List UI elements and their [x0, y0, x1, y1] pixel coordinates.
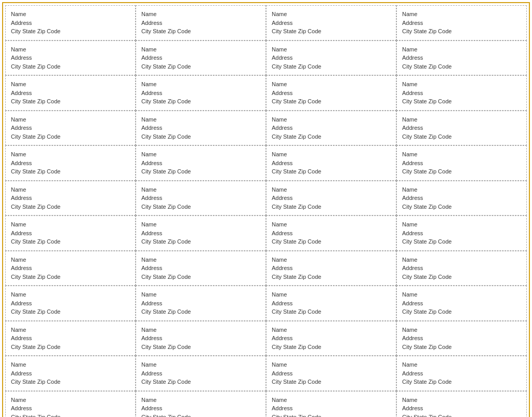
card-city-state-zip: City State Zip Code: [11, 132, 130, 141]
card-address: Address: [272, 299, 391, 308]
card-city-state-zip: City State Zip Code: [272, 343, 391, 352]
card-address: Address: [272, 229, 391, 238]
card-address: Address: [141, 89, 260, 98]
card-name: Name: [141, 10, 260, 19]
card-address: Address: [272, 124, 391, 132]
card-city-state-zip: City State Zip Code: [402, 237, 521, 246]
label-card: NameAddressCity State Zip Code: [136, 145, 266, 181]
card-address: Address: [272, 19, 391, 28]
label-card: NameAddressCity State Zip Code: [136, 286, 266, 321]
card-name: Name: [402, 396, 521, 405]
card-name: Name: [402, 150, 521, 159]
card-address: Address: [141, 229, 260, 238]
card-address: Address: [402, 369, 521, 378]
card-name: Name: [272, 185, 391, 194]
card-name: Name: [272, 150, 391, 159]
card-city-state-zip: City State Zip Code: [402, 273, 521, 281]
card-city-state-zip: City State Zip Code: [141, 97, 260, 106]
label-card: NameAddressCity State Zip Code: [266, 321, 396, 356]
card-city-state-zip: City State Zip Code: [272, 307, 391, 316]
card-address: Address: [141, 299, 260, 308]
card-name: Name: [141, 150, 260, 159]
card-city-state-zip: City State Zip Code: [11, 203, 130, 211]
card-name: Name: [272, 80, 391, 89]
card-name: Name: [402, 290, 521, 299]
label-card: NameAddressCity State Zip Code: [5, 391, 136, 418]
card-address: Address: [402, 404, 521, 413]
card-address: Address: [11, 53, 130, 62]
card-name: Name: [11, 115, 130, 124]
label-card: NameAddressCity State Zip Code: [5, 251, 136, 286]
card-address: Address: [141, 404, 260, 413]
card-city-state-zip: City State Zip Code: [402, 413, 521, 418]
label-card: NameAddressCity State Zip Code: [5, 286, 136, 321]
card-name: Name: [402, 115, 521, 124]
card-city-state-zip: City State Zip Code: [272, 378, 391, 386]
card-name: Name: [402, 360, 521, 369]
card-city-state-zip: City State Zip Code: [141, 307, 260, 316]
label-card: NameAddressCity State Zip Code: [266, 251, 396, 286]
card-name: Name: [11, 396, 130, 405]
card-address: Address: [272, 369, 391, 378]
card-address: Address: [11, 194, 130, 203]
label-card: NameAddressCity State Zip Code: [266, 41, 396, 76]
label-card: NameAddressCity State Zip Code: [5, 356, 136, 391]
card-name: Name: [402, 80, 521, 89]
card-city-state-zip: City State Zip Code: [11, 97, 130, 106]
card-city-state-zip: City State Zip Code: [11, 62, 130, 71]
label-card: NameAddressCity State Zip Code: [396, 286, 527, 321]
card-address: Address: [11, 369, 130, 378]
label-card: NameAddressCity State Zip Code: [266, 181, 396, 216]
label-card: NameAddressCity State Zip Code: [5, 41, 136, 76]
card-city-state-zip: City State Zip Code: [402, 378, 521, 386]
card-city-state-zip: City State Zip Code: [141, 237, 260, 246]
card-name: Name: [141, 80, 260, 89]
card-address: Address: [141, 334, 260, 343]
card-address: Address: [402, 159, 521, 168]
card-name: Name: [141, 326, 260, 334]
card-name: Name: [272, 326, 391, 334]
card-city-state-zip: City State Zip Code: [11, 343, 130, 352]
label-card: NameAddressCity State Zip Code: [5, 216, 136, 251]
label-card: NameAddressCity State Zip Code: [396, 321, 527, 356]
card-name: Name: [402, 255, 521, 264]
label-card: NameAddressCity State Zip Code: [396, 356, 527, 391]
label-card: NameAddressCity State Zip Code: [266, 5, 396, 41]
card-address: Address: [272, 89, 391, 98]
card-address: Address: [402, 19, 521, 28]
card-address: Address: [402, 124, 521, 132]
card-name: Name: [272, 220, 391, 229]
card-city-state-zip: City State Zip Code: [272, 237, 391, 246]
card-address: Address: [272, 53, 391, 62]
card-city-state-zip: City State Zip Code: [402, 203, 521, 211]
card-city-state-zip: City State Zip Code: [402, 27, 521, 36]
label-card: NameAddressCity State Zip Code: [136, 321, 266, 356]
card-address: Address: [402, 53, 521, 62]
card-address: Address: [11, 89, 130, 98]
label-card: NameAddressCity State Zip Code: [5, 5, 136, 41]
card-city-state-zip: City State Zip Code: [272, 97, 391, 106]
card-city-state-zip: City State Zip Code: [11, 378, 130, 386]
card-city-state-zip: City State Zip Code: [11, 27, 130, 36]
label-card: NameAddressCity State Zip Code: [266, 356, 396, 391]
card-address: Address: [11, 334, 130, 343]
label-card: NameAddressCity State Zip Code: [136, 391, 266, 418]
card-address: Address: [141, 19, 260, 28]
card-address: Address: [272, 194, 391, 203]
card-city-state-zip: City State Zip Code: [272, 132, 391, 141]
card-address: Address: [11, 404, 130, 413]
card-name: Name: [141, 255, 260, 264]
card-address: Address: [272, 159, 391, 168]
label-card: NameAddressCity State Zip Code: [5, 145, 136, 181]
card-address: Address: [402, 229, 521, 238]
card-name: Name: [11, 10, 130, 19]
label-card: NameAddressCity State Zip Code: [136, 216, 266, 251]
card-address: Address: [141, 53, 260, 62]
card-name: Name: [141, 115, 260, 124]
label-card: NameAddressCity State Zip Code: [136, 251, 266, 286]
card-address: Address: [141, 159, 260, 168]
card-address: Address: [11, 264, 130, 273]
card-city-state-zip: City State Zip Code: [272, 62, 391, 71]
label-card: NameAddressCity State Zip Code: [396, 251, 527, 286]
label-card: NameAddressCity State Zip Code: [396, 111, 527, 146]
